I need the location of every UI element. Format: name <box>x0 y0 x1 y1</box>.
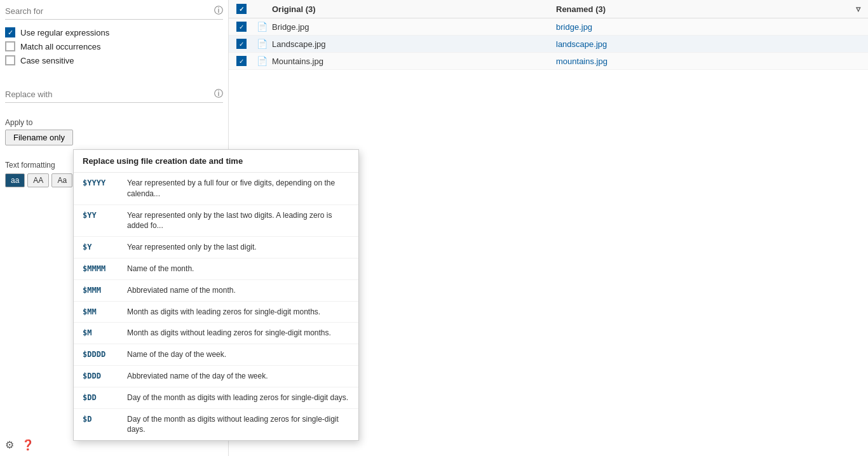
tooltip-header: Replace using file creation date and tim… <box>74 150 358 173</box>
settings-icon[interactable]: ⚙ <box>5 439 14 451</box>
token-row[interactable]: $Y Year represented only by the last dig… <box>74 237 358 258</box>
case-sensitive-label: Case sensitive <box>20 56 74 65</box>
file-original-name: Mountains.jpg <box>272 57 556 66</box>
file-renamed-name: landscape.jpg <box>556 39 840 49</box>
token-row[interactable]: $YYYY Year represented by a full four or… <box>74 173 358 205</box>
use-regex-label: Use regular expressions <box>20 28 109 37</box>
token-desc: Month as digits with leading zeros for s… <box>127 307 320 318</box>
token-desc: Year represented only by the last digit. <box>127 242 257 253</box>
header-checkbox[interactable]: ✓ <box>236 4 247 14</box>
replace-input[interactable] <box>5 90 210 99</box>
use-regex-row[interactable]: ✓ Use regular expressions <box>5 27 223 37</box>
fmt-btn-uppercase[interactable]: AA <box>27 173 49 187</box>
header-filter-col: ▿ <box>840 4 860 14</box>
apply-to-section: Apply to Filename only <box>0 113 228 151</box>
row-check: ✓ <box>236 22 257 32</box>
search-info-icon[interactable]: ⓘ <box>214 5 223 17</box>
token-row[interactable]: $M Month as digits without leading zeros… <box>74 323 358 344</box>
token-row[interactable]: $YY Year represented only by the last tw… <box>74 205 358 238</box>
token-code: $MMM <box>83 285 127 295</box>
table-row[interactable]: ✓ 📄 Bridge.jpg bridge.jpg <box>229 18 868 36</box>
token-row[interactable]: $DDD Abbreviated name of the day of the … <box>74 366 358 387</box>
file-original-name: Landscape.jpg <box>272 39 556 49</box>
token-desc: Day of the month as digits without leadi… <box>127 414 349 436</box>
search-row: ⓘ <box>5 5 223 20</box>
replace-section: ⓘ <box>0 83 228 108</box>
token-code: $Y <box>83 242 127 251</box>
token-code: $D <box>83 414 127 424</box>
token-row[interactable]: $MMM Abbreviated name of the month. <box>74 280 358 302</box>
file-original-name: Bridge.jpg <box>272 22 556 32</box>
token-row[interactable]: $MMMM Name of the month. <box>74 258 358 280</box>
use-regex-check: ✓ <box>8 29 13 36</box>
tooltip-body: $YYYY Year represented by a full four or… <box>74 173 358 440</box>
token-desc: Name of the day of the week. <box>127 349 226 360</box>
token-desc: Year represented only by the last two di… <box>127 210 349 232</box>
token-code: $DDD <box>83 371 127 380</box>
help-icon[interactable]: ❓ <box>22 439 34 451</box>
match-all-row[interactable]: Match all occurrences <box>5 41 223 51</box>
case-sensitive-checkbox[interactable] <box>5 55 15 65</box>
token-code: $MMMM <box>83 264 127 273</box>
token-code: $YYYY <box>83 178 127 187</box>
token-code: $DDDD <box>83 349 127 359</box>
search-input[interactable] <box>5 6 210 16</box>
header-check-col: ✓ <box>236 4 257 14</box>
file-icon: 📄 <box>257 39 268 49</box>
token-row[interactable]: $DDDD Name of the day of the week. <box>74 344 358 366</box>
case-sensitive-row[interactable]: Case sensitive <box>5 55 223 65</box>
token-desc: Month as digits without leading zeros fo… <box>127 328 331 339</box>
apply-to-button[interactable]: Filename only <box>5 130 73 145</box>
token-code: $DD <box>83 392 127 402</box>
token-code: $MM <box>83 307 127 316</box>
filter-icon[interactable]: ▿ <box>856 4 860 14</box>
fmt-btn-lowercase[interactable]: aa <box>5 173 25 187</box>
token-desc: Year represented by a full four or five … <box>127 178 349 199</box>
file-rows-container: ✓ 📄 Bridge.jpg bridge.jpg ✓ 📄 Landscape.… <box>229 18 868 70</box>
file-table-header: ✓ Original (3) Renamed (3) ▿ <box>229 0 868 18</box>
file-icon: 📄 <box>257 56 268 66</box>
use-regex-checkbox[interactable]: ✓ <box>5 27 15 37</box>
match-all-checkbox[interactable] <box>5 41 15 51</box>
token-desc: Abbreviated name of the month. <box>127 285 236 296</box>
file-renamed-name: mountains.jpg <box>556 57 840 66</box>
token-desc: Abbreviated name of the day of the week. <box>127 371 268 382</box>
row-check: ✓ <box>236 56 257 66</box>
header-original: Original (3) <box>272 4 556 14</box>
replace-row: ⓘ <box>5 88 223 103</box>
table-row[interactable]: ✓ 📄 Mountains.jpg mountains.jpg <box>229 53 868 70</box>
row-check: ✓ <box>236 39 257 49</box>
token-desc: Day of the month as digits with leading … <box>127 392 348 403</box>
table-row[interactable]: ✓ 📄 Landscape.jpg landscape.jpg <box>229 36 868 53</box>
token-code: $M <box>83 328 127 337</box>
file-renamed-name: bridge.jpg <box>556 22 840 32</box>
options-section: ✓ Use regular expressions Match all occu… <box>0 25 228 68</box>
token-desc: Name of the month. <box>127 264 194 274</box>
token-row[interactable]: $MM Month as digits with leading zeros f… <box>74 302 358 323</box>
file-icon: 📄 <box>257 22 268 32</box>
match-all-label: Match all occurrences <box>20 42 100 51</box>
left-panel: ⓘ ✓ Use regular expressions Match all oc… <box>0 0 229 456</box>
token-code: $YY <box>83 210 127 220</box>
replace-info-icon[interactable]: ⓘ <box>214 88 223 100</box>
fmt-btn-titlecase[interactable]: Aa <box>51 173 72 187</box>
token-row[interactable]: $D Day of the month as digits without le… <box>74 409 358 441</box>
token-row[interactable]: $DD Day of the month as digits with lead… <box>74 387 358 409</box>
tooltip-popup: Replace using file creation date and tim… <box>73 149 359 441</box>
header-renamed: Renamed (3) <box>556 4 840 14</box>
apply-to-label: Apply to <box>5 118 223 127</box>
